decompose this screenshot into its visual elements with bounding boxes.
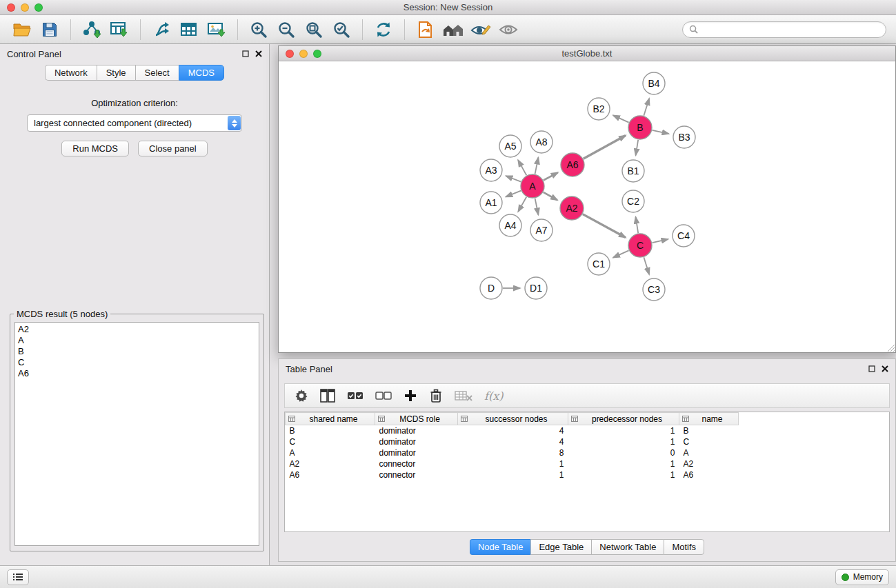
- edge-B-B3[interactable]: [653, 130, 669, 134]
- column-header[interactable]: MCDS role: [375, 413, 458, 425]
- table-cell[interactable]: 1: [568, 425, 679, 436]
- select-all-button[interactable]: [347, 387, 364, 405]
- mcds-result-list[interactable]: A2ABCA6: [14, 322, 259, 546]
- node-C3[interactable]: C3: [643, 278, 665, 301]
- node-B1[interactable]: B1: [622, 160, 644, 182]
- table-settings-button[interactable]: [295, 387, 308, 405]
- zoom-in-button[interactable]: [246, 18, 271, 41]
- close-network-window-button[interactable]: [286, 50, 294, 58]
- node-B3[interactable]: B3: [673, 126, 695, 148]
- edge-A-A6[interactable]: [544, 172, 558, 180]
- annotation-button[interactable]: [468, 18, 493, 41]
- node-C2[interactable]: C2: [622, 190, 644, 212]
- table-cell[interactable]: C: [679, 436, 739, 447]
- table-cell[interactable]: 8: [458, 447, 568, 458]
- show-hide-button[interactable]: [496, 18, 521, 41]
- table-row[interactable]: A2connector11A2: [286, 458, 739, 469]
- network-canvas[interactable]: B4B2BB3A5A8A6A3B1AC2A1A2A4A7C4CC1C3DD1: [279, 61, 895, 352]
- result-item[interactable]: A2: [18, 324, 256, 335]
- new-network-button[interactable]: [149, 18, 174, 41]
- edge-A-A2[interactable]: [544, 192, 557, 200]
- tab-edge-table[interactable]: Edge Table: [530, 539, 591, 555]
- delete-table-button[interactable]: [455, 387, 472, 405]
- table-cell[interactable]: A: [679, 447, 739, 458]
- function-builder-button[interactable]: f(x): [484, 387, 503, 405]
- node-A3[interactable]: A3: [480, 159, 502, 181]
- delete-column-button[interactable]: [429, 387, 443, 405]
- column-header[interactable]: shared name: [286, 413, 375, 425]
- table-cell[interactable]: dominator: [375, 425, 458, 436]
- close-panel-button[interactable]: Close panel: [138, 141, 208, 156]
- node-B4[interactable]: B4: [643, 72, 665, 94]
- task-history-button[interactable]: [7, 569, 29, 585]
- tab-motifs[interactable]: Motifs: [664, 539, 704, 555]
- node-B2[interactable]: B2: [588, 98, 610, 120]
- edge-C-C3[interactable]: [644, 257, 649, 274]
- edge-A-A1[interactable]: [506, 191, 521, 197]
- edge-A-A5[interactable]: [518, 160, 526, 175]
- node-D[interactable]: D: [480, 277, 502, 299]
- edge-A-A3[interactable]: [506, 176, 521, 181]
- column-header[interactable]: successor nodes: [458, 413, 568, 425]
- table-cell[interactable]: A6: [286, 469, 375, 480]
- table-cell[interactable]: 1: [458, 458, 568, 469]
- network-window-titlebar[interactable]: testGlobe.txt: [279, 46, 895, 61]
- memory-button[interactable]: Memory: [835, 569, 889, 585]
- node-A5[interactable]: A5: [499, 135, 521, 157]
- zoom-network-window-button[interactable]: [313, 50, 321, 58]
- result-item[interactable]: B: [18, 346, 256, 357]
- table-row[interactable]: A6connector11A6: [286, 469, 739, 480]
- column-header[interactable]: name: [679, 413, 739, 425]
- table-cell[interactable]: 0: [568, 447, 679, 458]
- optimization-criterion-dropdown[interactable]: largest connected component (directed): [27, 114, 242, 132]
- close-panel-icon[interactable]: [882, 365, 888, 372]
- edge-B-B4[interactable]: [644, 99, 649, 116]
- save-session-button[interactable]: [37, 18, 62, 41]
- node-A[interactable]: A: [521, 174, 544, 198]
- zoom-selected-button[interactable]: [329, 18, 354, 41]
- node-B[interactable]: B: [628, 116, 652, 139]
- node-C[interactable]: C: [628, 234, 652, 257]
- float-panel-icon[interactable]: [868, 365, 875, 372]
- table-cell[interactable]: 1: [568, 436, 679, 447]
- table-cell[interactable]: 1: [458, 469, 568, 480]
- deselect-all-button[interactable]: [375, 387, 392, 405]
- column-header[interactable]: predecessor nodes: [568, 413, 679, 425]
- open-session-button[interactable]: [10, 18, 34, 41]
- node-A1[interactable]: A1: [480, 192, 502, 214]
- minimize-network-window-button[interactable]: [299, 50, 308, 58]
- tab-node-table[interactable]: Node Table: [470, 539, 531, 555]
- table-cell[interactable]: C: [286, 436, 375, 447]
- zoom-out-button[interactable]: [274, 18, 299, 41]
- table-cell[interactable]: A: [286, 447, 375, 458]
- node-A4[interactable]: A4: [499, 214, 521, 236]
- table-cell[interactable]: 1: [568, 458, 679, 469]
- edge-C-C4[interactable]: [653, 239, 668, 243]
- table-row[interactable]: Cdominator41C: [286, 436, 739, 447]
- node-C4[interactable]: C4: [673, 225, 695, 247]
- resize-grip-icon[interactable]: [886, 343, 895, 352]
- node-A2[interactable]: A2: [560, 196, 584, 220]
- node-D1[interactable]: D1: [525, 277, 547, 299]
- zoom-fit-button[interactable]: [301, 18, 326, 41]
- new-table-button[interactable]: [177, 18, 201, 41]
- node-A6[interactable]: A6: [561, 153, 584, 176]
- table-cell[interactable]: dominator: [375, 436, 458, 447]
- home-button[interactable]: [441, 18, 466, 41]
- add-column-button[interactable]: [404, 387, 417, 405]
- table-cell[interactable]: B: [286, 425, 375, 436]
- node-table-container[interactable]: shared nameMCDS rolesuccessor nodesprede…: [284, 412, 890, 532]
- minimize-window-button[interactable]: [21, 3, 29, 12]
- table-cell[interactable]: A2: [286, 458, 375, 469]
- import-table-button[interactable]: [107, 18, 132, 41]
- table-cell[interactable]: 4: [458, 425, 568, 436]
- float-panel-icon[interactable]: [242, 50, 249, 57]
- tab-style[interactable]: Style: [97, 65, 135, 81]
- table-cell[interactable]: connector: [375, 469, 458, 480]
- node-C1[interactable]: C1: [588, 253, 610, 275]
- edge-A-A7[interactable]: [535, 199, 539, 215]
- edge-B-B2[interactable]: [613, 115, 629, 122]
- table-cell[interactable]: 4: [458, 436, 568, 447]
- edge-A-A4[interactable]: [518, 197, 526, 212]
- tab-select[interactable]: Select: [135, 65, 179, 81]
